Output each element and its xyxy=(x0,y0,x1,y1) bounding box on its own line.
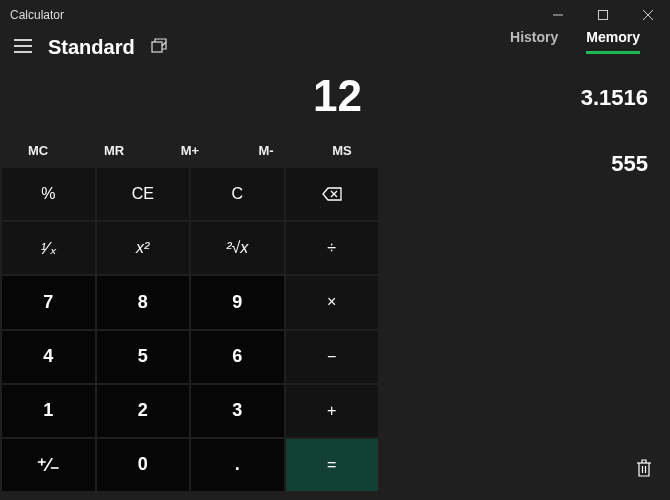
negate-key[interactable]: ⁺⁄₋ xyxy=(2,439,95,491)
zero-key[interactable]: 0 xyxy=(97,439,190,491)
close-button[interactable] xyxy=(625,0,670,30)
clear-memory-button[interactable] xyxy=(636,459,652,481)
close-icon xyxy=(643,10,653,20)
memory-function-row: MC MR M+ M- MS xyxy=(0,135,380,168)
result-display: 12 xyxy=(0,65,380,135)
six-key[interactable]: 6 xyxy=(191,331,284,383)
memory-item[interactable]: 555 xyxy=(380,131,648,197)
svg-rect-1 xyxy=(598,11,607,20)
nine-key[interactable]: 9 xyxy=(191,276,284,328)
equals-key[interactable]: = xyxy=(286,439,379,491)
window-controls xyxy=(535,0,670,30)
window-title: Calculator xyxy=(10,8,64,22)
memory-recall-button[interactable]: MR xyxy=(76,135,152,168)
four-key[interactable]: 4 xyxy=(2,331,95,383)
backspace-icon xyxy=(322,187,342,201)
eight-key[interactable]: 8 xyxy=(97,276,190,328)
menu-button[interactable] xyxy=(14,39,32,57)
minimize-button[interactable] xyxy=(535,0,580,30)
square-root-key[interactable]: ²√x xyxy=(191,222,284,274)
tab-history[interactable]: History xyxy=(510,29,558,54)
three-key[interactable]: 3 xyxy=(191,385,284,437)
two-key[interactable]: 2 xyxy=(97,385,190,437)
trash-icon xyxy=(636,459,652,477)
minimize-icon xyxy=(553,10,563,20)
square-key[interactable]: x² xyxy=(97,222,190,274)
side-tabs: History Memory xyxy=(510,29,670,60)
five-key[interactable]: 5 xyxy=(97,331,190,383)
memory-add-button[interactable]: M+ xyxy=(152,135,228,168)
clear-entry-key[interactable]: CE xyxy=(97,168,190,220)
keep-on-top-icon xyxy=(151,38,167,54)
reciprocal-key[interactable]: ¹⁄ₓ xyxy=(2,222,95,274)
keypad: % CE C ¹⁄ₓ x² ²√x ÷ 7 8 9 × 4 5 6 − 1 2 … xyxy=(0,168,380,493)
maximize-icon xyxy=(598,10,608,20)
calculator-panel: 12 MC MR M+ M- MS % CE C ¹⁄ₓ x² ²√x ÷ 7 … xyxy=(0,65,380,493)
memory-clear-button[interactable]: MC xyxy=(0,135,76,168)
minus-key[interactable]: − xyxy=(286,331,379,383)
title-bar: Calculator xyxy=(0,0,670,30)
plus-key[interactable]: + xyxy=(286,385,379,437)
seven-key[interactable]: 7 xyxy=(2,276,95,328)
memory-item[interactable]: 3.1516 xyxy=(380,65,648,131)
divide-key[interactable]: ÷ xyxy=(286,222,379,274)
one-key[interactable]: 1 xyxy=(2,385,95,437)
memory-list: 3.1516 555 xyxy=(380,65,670,493)
memory-store-button[interactable]: MS xyxy=(304,135,380,168)
backspace-key[interactable] xyxy=(286,168,379,220)
side-panel: History Memory 3.1516 555 xyxy=(380,65,670,493)
memory-subtract-button[interactable]: M- xyxy=(228,135,304,168)
mode-label: Standard xyxy=(48,36,135,59)
clear-key[interactable]: C xyxy=(191,168,284,220)
svg-rect-7 xyxy=(152,42,162,52)
decimal-key[interactable]: . xyxy=(191,439,284,491)
keep-on-top-button[interactable] xyxy=(151,38,167,58)
percent-key[interactable]: % xyxy=(2,168,95,220)
multiply-key[interactable]: × xyxy=(286,276,379,328)
hamburger-icon xyxy=(14,39,32,53)
tab-memory[interactable]: Memory xyxy=(586,29,640,54)
maximize-button[interactable] xyxy=(580,0,625,30)
